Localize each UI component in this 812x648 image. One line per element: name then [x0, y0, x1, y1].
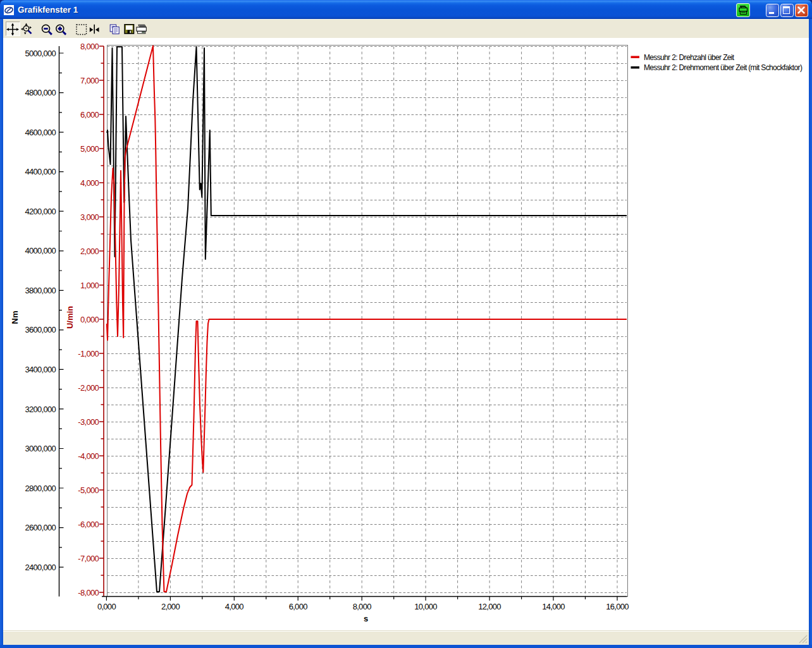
- svg-text:-4,000: -4,000: [78, 451, 99, 461]
- svg-text:12,000: 12,000: [478, 602, 501, 611]
- svg-text:4800,000: 4800,000: [25, 88, 56, 97]
- svg-text:-1,000: -1,000: [78, 349, 99, 358]
- svg-text:Messuhr 2: Drehzahl über Zeit: Messuhr 2: Drehzahl über Zeit: [644, 53, 735, 62]
- svg-text:3800,000: 3800,000: [25, 286, 56, 295]
- svg-text:-2,000: -2,000: [78, 383, 99, 393]
- svg-text:s: s: [364, 614, 368, 623]
- svg-text:-7,000: -7,000: [78, 554, 99, 563]
- svg-text:2,000: 2,000: [161, 602, 180, 611]
- svg-text:Nm: Nm: [10, 311, 20, 324]
- svg-text:6,000: 6,000: [289, 602, 308, 611]
- svg-text:4400,000: 4400,000: [25, 167, 56, 176]
- svg-text:0,000: 0,000: [80, 315, 99, 324]
- svg-text:4,000: 4,000: [80, 178, 99, 188]
- svg-text:Grafikfenster 1: Grafikfenster 1: [18, 5, 78, 15]
- svg-text:8,000: 8,000: [353, 602, 372, 611]
- svg-text:2400,000: 2400,000: [25, 563, 56, 572]
- svg-text:14,000: 14,000: [542, 602, 565, 611]
- svg-text:16,000: 16,000: [606, 602, 629, 611]
- svg-text:-3,000: -3,000: [78, 417, 99, 427]
- svg-text:5,000: 5,000: [80, 144, 99, 154]
- svg-text:U/min: U/min: [65, 306, 75, 329]
- svg-text:10,000: 10,000: [414, 602, 437, 611]
- svg-text:Messuhr 2: Drehmoment über Zei: Messuhr 2: Drehmoment über Zeit (mit Sch…: [644, 63, 803, 72]
- svg-text:3600,000: 3600,000: [25, 325, 56, 334]
- svg-text:4200,000: 4200,000: [25, 207, 56, 216]
- svg-text:-5,000: -5,000: [78, 486, 99, 495]
- svg-text:1,000: 1,000: [80, 281, 99, 290]
- svg-text:6,000: 6,000: [80, 110, 99, 119]
- svg-text:3200,000: 3200,000: [25, 405, 56, 414]
- svg-text:8,000: 8,000: [80, 42, 99, 51]
- svg-text:7,000: 7,000: [80, 76, 99, 85]
- svg-text:5000,000: 5000,000: [25, 49, 56, 58]
- svg-text:2,000: 2,000: [80, 247, 99, 256]
- svg-text:0,000: 0,000: [97, 602, 116, 611]
- svg-text:3000,000: 3000,000: [25, 444, 56, 453]
- svg-text:3400,000: 3400,000: [25, 365, 56, 374]
- svg-text:3,000: 3,000: [80, 212, 99, 222]
- svg-text:4600,000: 4600,000: [25, 128, 56, 137]
- svg-text:4,000: 4,000: [225, 602, 244, 611]
- svg-text:2800,000: 2800,000: [25, 484, 56, 493]
- svg-text:-8,000: -8,000: [78, 588, 99, 597]
- svg-text:4000,000: 4000,000: [25, 246, 56, 255]
- svg-text:-6,000: -6,000: [78, 520, 99, 529]
- svg-text:2600,000: 2600,000: [25, 523, 56, 532]
